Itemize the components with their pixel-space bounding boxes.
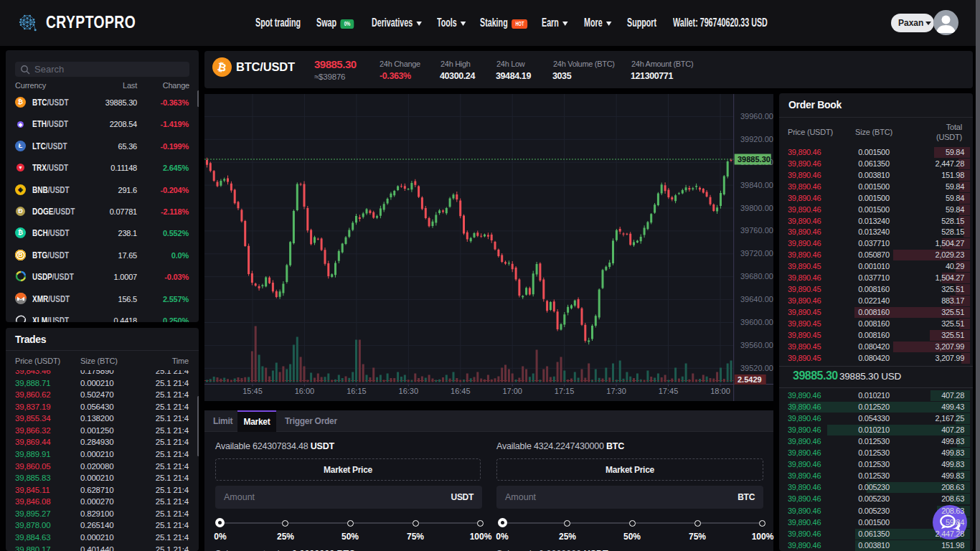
svg-text:16:15: 16:15 bbox=[347, 387, 367, 395]
svg-text:16:00: 16:00 bbox=[295, 387, 315, 395]
svg-text:39800.00: 39800.00 bbox=[740, 204, 773, 212]
svg-text:17:30: 17:30 bbox=[606, 387, 626, 395]
svg-text:39920.00: 39920.00 bbox=[740, 135, 773, 143]
svg-text:17:15: 17:15 bbox=[555, 387, 575, 395]
svg-text:18:00: 18:00 bbox=[710, 387, 730, 395]
svg-text:16:45: 16:45 bbox=[451, 387, 471, 395]
svg-text:2.5429: 2.5429 bbox=[738, 375, 762, 384]
svg-text:39520.00: 39520.00 bbox=[740, 364, 773, 372]
svg-text:39840.00: 39840.00 bbox=[740, 181, 773, 189]
svg-text:16:30: 16:30 bbox=[399, 387, 419, 395]
svg-text:39960.00: 39960.00 bbox=[740, 112, 773, 121]
svg-text:17:00: 17:00 bbox=[502, 387, 522, 395]
svg-text:39640.00: 39640.00 bbox=[740, 295, 773, 303]
svg-text:39680.00: 39680.00 bbox=[740, 272, 773, 281]
svg-text:39720.00: 39720.00 bbox=[740, 249, 773, 258]
svg-text:39885.30: 39885.30 bbox=[738, 155, 771, 164]
svg-text:15:45: 15:45 bbox=[242, 387, 263, 395]
svg-text:17:45: 17:45 bbox=[659, 387, 679, 395]
svg-text:39600.00: 39600.00 bbox=[740, 318, 773, 326]
svg-text:39560.00: 39560.00 bbox=[740, 341, 773, 349]
svg-text:39760.00: 39760.00 bbox=[740, 226, 773, 235]
